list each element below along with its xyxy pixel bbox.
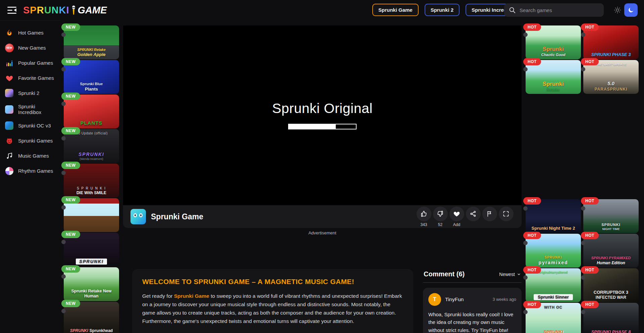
sidebar-item-sprunki-2[interactable]: Sprunki 2 xyxy=(0,86,60,101)
page: SPRUNKI GAME Sprunki Game Sprunki 2 Spru… xyxy=(0,0,644,333)
nav-button-sprunki-game[interactable]: Sprunki Game xyxy=(372,4,419,16)
game-subtitle: NIGHT TIME xyxy=(583,227,639,231)
hot-badge: HOT xyxy=(581,266,599,274)
game-card-sprunki-die-with-smile[interactable]: NEW S P R U N K IDIE With SMILE xyxy=(64,164,119,198)
devil-icon xyxy=(5,136,14,145)
game-title: Sprunki Game xyxy=(151,212,203,221)
game-card-sprunki-2-0-update[interactable]: NEW 2.0 Update (official) SPRUNKI(Wenda … xyxy=(64,129,119,163)
sprunki-game-highlight: Sprunki Game xyxy=(174,293,209,299)
sprunki-oc-v3-thumbnail-icon xyxy=(5,121,14,130)
sidebar-item-new-games[interactable]: NEW New Games xyxy=(0,40,60,55)
game-subtitle: DIE With SMILE xyxy=(64,190,119,196)
game-subtitle: INFECTED WAR xyxy=(583,295,639,300)
game-card-sprunki-with-oc[interactable]: HOT WITH OC SPRUNKI xyxy=(526,303,581,333)
game-card-sprunki-neon[interactable]: NEW SPRUNKI xyxy=(64,233,119,267)
sidebar-item-label: Rhythm Games xyxy=(18,168,53,174)
avatar: T xyxy=(428,293,441,306)
menu-toggle-icon[interactable] xyxy=(7,7,16,14)
header: SPRUNKI GAME Sprunki Game Sprunki 2 Spru… xyxy=(0,0,644,20)
game-subtitle: Human Edition xyxy=(583,261,639,266)
game-title: SPRUNKI xyxy=(526,256,581,260)
site-logo[interactable]: SPRUNKI GAME xyxy=(23,5,107,16)
game-subtitle: (Wenda treatment) xyxy=(64,157,119,161)
sidebar-item-rhythm-games[interactable]: Rhythm Games xyxy=(0,163,60,178)
hot-badge: HOT xyxy=(523,301,541,308)
hot-games-column: HOT SprunkiChaotic Good HOT SPRUNKI PHAS… xyxy=(526,25,640,94)
welcome-section: WELCOME TO SPRUNKI GAME – A MAGNETIC MUS… xyxy=(132,269,413,333)
music-note-icon xyxy=(5,151,14,160)
fullscreen-icon xyxy=(502,210,509,217)
game-card-sprunki-phase-8[interactable]: HOT SPRUNKI PHASE 8 xyxy=(583,303,639,333)
game-avatar xyxy=(130,209,146,224)
game-card-sprunki-retake[interactable]: HOT SprunkiRetake xyxy=(526,60,581,94)
sidebar-item-label: Popular Games xyxy=(18,60,53,66)
hot-badge: HOT xyxy=(523,266,541,274)
game-card-sprunki-pyramixed[interactable]: HOT SPRUNKIpyramixed xyxy=(526,234,581,268)
game-card-sprunki-night-time-2[interactable]: HOT Sprunki Night Time 2 xyxy=(526,199,581,233)
moon-dark-mode-button[interactable] xyxy=(624,3,638,17)
dislike-button[interactable]: 52 xyxy=(432,207,448,227)
game-card-sprunki-blue-plants[interactable]: NEW Sprunki BluePlants xyxy=(64,60,119,94)
game-card-parasprunki-5-0[interactable]: HOT THE 'LAST' UPDATE 5.0PARASPRUNKI xyxy=(583,60,639,94)
game-title: SPRUNKI xyxy=(70,328,88,333)
nav-button-sprunki-2[interactable]: Sprunki 2 xyxy=(425,4,460,16)
sidebar-item-sprunki-incredibox[interactable]: Sprunki Incredibox xyxy=(0,101,60,118)
report-flag-button[interactable] xyxy=(481,207,498,227)
game-card-stage-scene[interactable]: NEW xyxy=(64,198,119,232)
game-card-sprunki-retake-new-human[interactable]: NEW Sprunki Retake New Human xyxy=(64,267,119,301)
fullscreen-button[interactable] xyxy=(498,207,514,227)
logo-suffix: GAME xyxy=(78,5,107,16)
favorite-button[interactable]: Add xyxy=(448,207,465,227)
game-player[interactable]: Sprunki Original xyxy=(123,25,522,205)
sidebar-item-favorite-games[interactable]: Favorite Games xyxy=(0,70,60,86)
game-subtitle: pyramixed xyxy=(526,260,581,266)
bar-chart-icon xyxy=(5,58,14,67)
welcome-heading: WELCOME TO SPRUNKI GAME – A MAGNETIC MUS… xyxy=(142,278,403,286)
sidebar-item-popular-games[interactable]: Popular Games xyxy=(0,55,60,70)
sidebar: Hot Games NEW New Games Popular Games Fa… xyxy=(0,20,60,333)
comment-timestamp: 3 weeks ago xyxy=(493,297,516,302)
new-badge: NEW xyxy=(61,300,80,307)
game-card-sprunki-chaotic-good[interactable]: HOT SprunkiChaotic Good xyxy=(526,25,581,59)
game-card-sprunki-retake-golden-apple[interactable]: NEW SPRUNKI RetakeGolden Apple xyxy=(64,25,119,59)
game-subtitle: Sprunkhead xyxy=(90,328,113,333)
sidebar-item-label: New Games xyxy=(18,45,46,51)
hot-badge: HOT xyxy=(523,23,541,31)
share-button[interactable] xyxy=(465,207,481,227)
game-card-sprunki-phase-3[interactable]: HOT SPRUNKI PHASE 3 xyxy=(583,25,639,59)
comments-sort-dropdown[interactable]: Newest xyxy=(499,272,521,277)
sidebar-item-label: Hot Games xyxy=(18,30,44,36)
logo-letter: N xyxy=(52,5,59,16)
hot-badge: HOT xyxy=(581,197,599,205)
game-card-sprunki-pyramixed-human-edition[interactable]: HOT SPRUNKI PYRAMIXEDHuman Edition xyxy=(583,234,639,268)
sun-icon[interactable] xyxy=(614,6,621,14)
hot-badge: HOT xyxy=(523,197,541,205)
like-count: 343 xyxy=(420,222,427,227)
loading-progress-bar xyxy=(288,124,357,129)
hot-badge: HOT xyxy=(523,58,541,65)
logo-letter: I xyxy=(66,5,69,16)
sidebar-item-label: Sprunki 2 xyxy=(18,90,39,96)
moon-icon xyxy=(628,7,634,13)
sidebar-item-label: Sprunki Incredibox xyxy=(18,104,56,115)
sidebar-item-sprunki-games[interactable]: Sprunki Games xyxy=(0,133,60,148)
game-card-sprunki-sprunkhead[interactable]: NEW SPRUNKISprunkhead xyxy=(64,302,119,333)
chevron-down-icon xyxy=(517,272,521,276)
game-title: Sprunki Blue xyxy=(64,82,119,87)
sidebar-item-sprunki-oc-v3[interactable]: Sprunki OC v3 xyxy=(0,118,60,133)
header-nav: Sprunki Game Sprunki 2 Sprunki Incredibo… xyxy=(372,4,523,16)
flag-icon xyxy=(486,210,493,217)
sidebar-item-label: Music Games xyxy=(18,153,49,159)
game-card-corruptbox-3-infected-war[interactable]: HOT CORRUPTBOX 3INFECTED WAR xyxy=(583,268,639,302)
sidebar-item-music-games[interactable]: Music Games xyxy=(0,148,60,163)
game-title: SPRUNKI xyxy=(76,259,107,265)
new-badge: NEW xyxy=(61,196,80,204)
sidebar-item-hot-games[interactable]: Hot Games xyxy=(0,25,60,40)
game-card-sprunki-sinner[interactable]: HOT originalHarryaltered Sprunki Sinner xyxy=(526,268,581,302)
like-button[interactable]: 343 xyxy=(416,207,432,227)
search-bar[interactable] xyxy=(504,3,604,17)
new-games-list: NEW SPRUNKI RetakeGolden Apple NEW Sprun… xyxy=(64,20,119,333)
game-card-sprunki-plants[interactable]: NEW PLANTS xyxy=(64,95,119,128)
search-input[interactable] xyxy=(520,7,599,13)
game-card-sprunki-night-time[interactable]: HOT SPRUNKINIGHT TIME xyxy=(583,199,639,233)
